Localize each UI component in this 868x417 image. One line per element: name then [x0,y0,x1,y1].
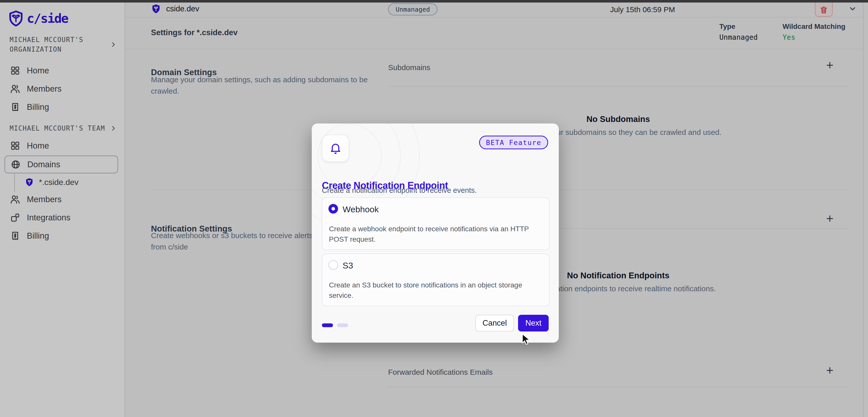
option-description: Create a webhook endpoint to receive not… [329,224,542,244]
create-notification-endpoint-modal: BETA Feature Create Notification Endpoin… [312,123,559,342]
radio-selected[interactable] [329,204,338,214]
radio-unselected[interactable] [329,260,338,270]
app-root: c/side MICHAEL MCCOURT'S ORGANIZATION Ho… [0,0,868,417]
step-indicator-inactive [337,323,348,327]
modal-subtitle: Create a notification endpoint to receiv… [322,186,477,195]
bell-icon [330,142,342,154]
cancel-button[interactable]: Cancel [475,315,514,331]
option-label: Webhook [343,204,379,214]
next-button[interactable]: Next [518,315,549,331]
mouse-cursor [521,333,532,346]
beta-feature-badge: BETA Feature [479,136,548,149]
option-webhook[interactable]: Webhook Create a webhook endpoint to rec… [322,197,550,250]
option-label: S3 [343,261,353,270]
option-description: Create an S3 bucket to store notificatio… [329,280,542,301]
step-indicator-active [322,323,333,327]
option-s3[interactable]: S3 Create an S3 bucket to store notifica… [322,254,550,306]
bell-icon-tile [322,135,349,162]
